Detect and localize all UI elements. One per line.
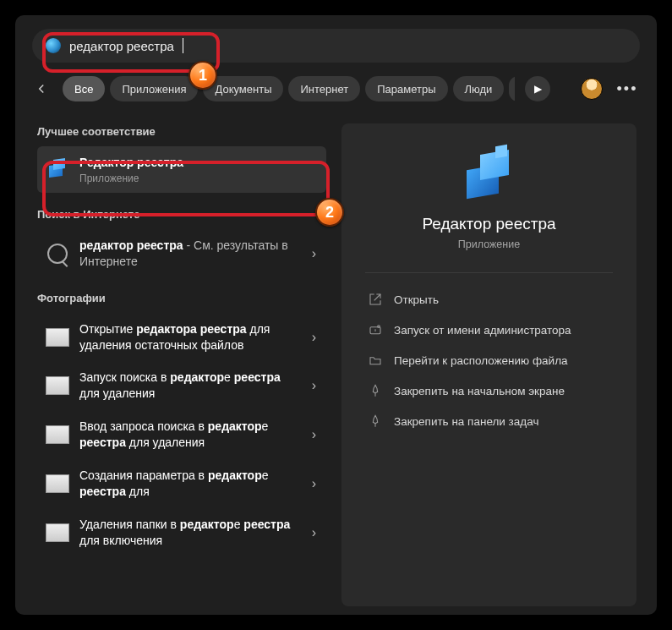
filter-chip-Приложения[interactable]: Приложения bbox=[110, 76, 198, 101]
action-label: Открыть bbox=[394, 293, 439, 306]
filter-chips: ВсеПриложенияДокументыИнтернетПараметрыЛ… bbox=[63, 76, 515, 101]
scroll-right-button[interactable]: ▶ bbox=[525, 76, 550, 101]
photo-thumbnail bbox=[46, 523, 69, 542]
search-bar[interactable]: редактор реестра bbox=[32, 29, 640, 63]
annotation-badge-1: 1 bbox=[188, 61, 217, 90]
photo-thumbnail bbox=[46, 425, 69, 444]
preview-panel: Редактор реестра Приложение ОткрытьЗапус… bbox=[341, 123, 636, 606]
best-match-title: Редактор реестра bbox=[79, 155, 318, 171]
action-open[interactable]: Открыть bbox=[365, 285, 613, 314]
chevron-right-icon: › bbox=[310, 525, 318, 540]
admin-icon bbox=[369, 323, 382, 337]
user-avatar[interactable] bbox=[581, 78, 603, 100]
chevron-right-icon: › bbox=[310, 246, 318, 261]
photo-result[interactable]: Удаления папки в редакторе реестра для в… bbox=[37, 508, 326, 557]
photo-result[interactable]: Открытие редактора реестра для удаления … bbox=[37, 313, 326, 362]
regedit-icon bbox=[46, 157, 69, 181]
photo-thumbnail bbox=[46, 328, 69, 347]
action-pin[interactable]: Закрепить на начальном экране bbox=[365, 376, 613, 405]
search-row: редактор реестра bbox=[15, 24, 657, 66]
preview-title: Редактор реестра bbox=[422, 215, 555, 233]
svg-point-1 bbox=[378, 326, 380, 328]
preview-column: Редактор реестра Приложение ОткрытьЗапус… bbox=[336, 115, 657, 615]
folder-icon bbox=[369, 353, 382, 367]
photo-result-title: Удаления папки в редакторе реестра для в… bbox=[79, 517, 300, 549]
filter-chip-Параметры[interactable]: Параметры bbox=[365, 76, 447, 101]
web-search-result[interactable]: редактор реестра - См. результаты в Инте… bbox=[37, 229, 326, 278]
start-search-window: 1 2 редактор реестра ВсеПриложенияДокуме… bbox=[15, 15, 657, 615]
pin-icon bbox=[369, 414, 382, 428]
photo-result-title: Создания параметра в редакторе реестра д… bbox=[79, 468, 300, 500]
photo-result-title: Запуск поиска в редакторе реестра для уд… bbox=[79, 370, 300, 402]
search-orb-icon bbox=[46, 38, 61, 53]
filter-row: ВсеПриложенияДокументыИнтернетПараметрыЛ… bbox=[15, 66, 657, 115]
pin-icon bbox=[369, 384, 382, 397]
search-query-text: редактор реестра bbox=[69, 39, 174, 53]
filter-chip-П[interactable]: П bbox=[509, 76, 515, 101]
photo-result[interactable]: Ввод запроса поиска в редакторе реестра … bbox=[37, 410, 326, 459]
chevron-right-icon: › bbox=[310, 378, 318, 393]
best-match-result[interactable]: Редактор реестра Приложение bbox=[37, 146, 326, 193]
preview-subtitle: Приложение bbox=[458, 238, 520, 250]
action-label: Запуск от имени администратора bbox=[394, 324, 571, 337]
back-button[interactable] bbox=[27, 74, 56, 103]
chevron-right-icon: › bbox=[310, 427, 318, 442]
section-title-best: Лучшее соответствие bbox=[37, 125, 326, 138]
web-result-title: редактор реестра - См. результаты в Инте… bbox=[79, 238, 300, 270]
more-button[interactable]: ••• bbox=[615, 76, 640, 101]
action-folder[interactable]: Перейти к расположению файла bbox=[365, 346, 613, 375]
annotation-badge-2: 2 bbox=[315, 198, 344, 227]
filter-chip-Люди[interactable]: Люди bbox=[453, 76, 505, 101]
results-column: Лучшее соответствие Редактор реестра При… bbox=[15, 115, 336, 615]
section-title-photos: Фотографии bbox=[37, 292, 326, 304]
chevron-right-icon: › bbox=[310, 330, 318, 345]
action-admin[interactable]: Запуск от имени администратора bbox=[365, 315, 613, 344]
action-pin[interactable]: Закрепить на панели задач bbox=[365, 407, 613, 436]
action-label: Перейти к расположению файла bbox=[394, 354, 568, 367]
filter-chip-Интернет[interactable]: Интернет bbox=[288, 76, 360, 101]
photo-thumbnail bbox=[46, 376, 69, 395]
action-label: Закрепить на панели задач bbox=[394, 415, 538, 428]
action-label: Закрепить на начальном экране bbox=[394, 385, 565, 397]
section-title-web: Поиск в Интернете bbox=[37, 208, 326, 221]
photo-thumbnail bbox=[46, 474, 69, 493]
magnifier-icon bbox=[47, 244, 68, 264]
filter-chip-Все[interactable]: Все bbox=[63, 76, 105, 101]
text-caret bbox=[183, 38, 183, 53]
photo-result[interactable]: Создания параметра в редакторе реестра д… bbox=[37, 459, 326, 508]
photo-result-title: Ввод запроса поиска в редакторе реестра … bbox=[79, 419, 300, 451]
photo-result[interactable]: Запуск поиска в редакторе реестра для уд… bbox=[37, 361, 326, 410]
open-icon bbox=[369, 293, 382, 306]
chevron-right-icon: › bbox=[310, 476, 318, 491]
photo-result-title: Открытие редактора реестра для удаления … bbox=[79, 321, 300, 353]
best-match-subtitle: Приложение bbox=[79, 173, 318, 184]
regedit-large-icon bbox=[462, 147, 517, 203]
